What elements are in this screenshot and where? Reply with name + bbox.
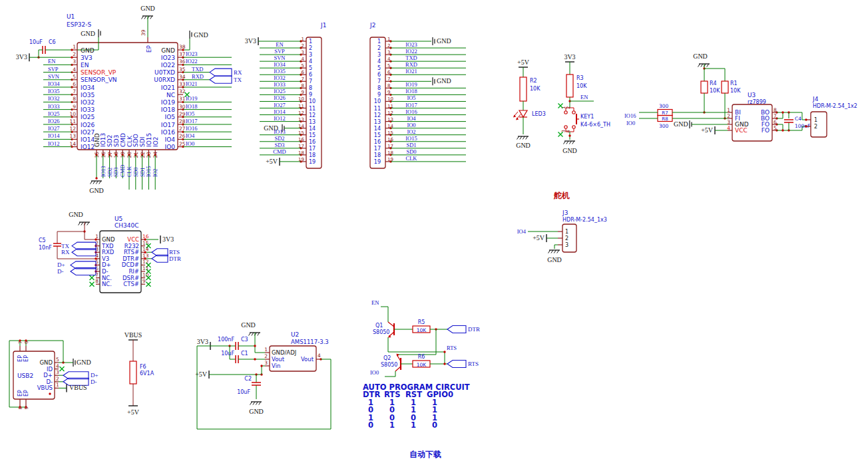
signal-flag <box>210 76 232 83</box>
c5-ref: C5 <box>39 237 46 243</box>
j1-ref: J1 <box>320 22 326 29</box>
net-label: IO23 <box>405 41 417 48</box>
pin-number: 1 <box>387 37 390 42</box>
gnd-symbol <box>91 181 93 184</box>
pin-name: GND <box>81 47 95 54</box>
j3-part: HDR-M-2.54_1x3 <box>562 217 607 223</box>
table-cell: 0 <box>363 406 384 414</box>
pin-name: NC. <box>102 281 112 287</box>
gnd-symbol <box>557 250 559 253</box>
pin-number: 38 <box>179 44 186 50</box>
pin-name: VBUS <box>37 385 53 391</box>
pin-number: 6 <box>377 72 381 78</box>
net-label: IO4 <box>517 228 527 235</box>
junction-dot <box>805 118 807 120</box>
pin-name: R232 <box>124 243 139 249</box>
pin-number: 9 <box>387 90 390 95</box>
table-cell: 1 <box>427 414 448 422</box>
pin-number: 1 <box>309 39 312 45</box>
pin-number: 9 <box>377 92 381 98</box>
j2-ref: J2 <box>369 22 375 29</box>
r3-body <box>566 75 573 97</box>
wire <box>385 371 395 377</box>
pin-name: IO33 <box>81 106 95 113</box>
net-label: IO34 <box>48 80 60 87</box>
gnd-symbol <box>99 181 101 184</box>
pin-number: 3 <box>56 369 59 375</box>
pin-name: IO19 <box>161 99 175 106</box>
pin-number: 14 <box>69 141 76 147</box>
net-label: IO5 <box>186 110 194 117</box>
pin-number: 5 <box>56 357 59 363</box>
pin-name: RTS# <box>124 249 139 255</box>
wire <box>39 50 43 57</box>
net-label: IO0 <box>370 369 379 376</box>
pin-number: 3 <box>377 52 381 58</box>
pin-number: 6 <box>73 81 76 87</box>
net-label: IO17 <box>405 102 417 108</box>
pin-name: U0TXD <box>154 69 175 76</box>
r4-body <box>701 81 708 93</box>
junction-dot <box>182 49 184 51</box>
j3-ref: J3 <box>562 210 568 216</box>
pin-number: 7 <box>387 77 390 82</box>
c6-value: 10uF <box>29 39 43 45</box>
pin-number: 1 <box>565 229 568 235</box>
net-label: SVP <box>48 66 59 73</box>
net-label: IO13 <box>101 166 107 177</box>
q1-part: S8050 <box>373 329 389 335</box>
power-label: VBUS <box>69 384 87 391</box>
pin-name: ID <box>47 366 53 373</box>
pin-name: SDO <box>132 134 139 147</box>
key1-part: K4-6×6_TH <box>580 122 610 128</box>
pin-number: 5 <box>387 63 390 69</box>
pin-number: 3 <box>565 242 568 248</box>
f6-value: 6V1A <box>140 371 154 377</box>
pin-number: 11 <box>69 118 76 124</box>
net-label: IO27 <box>48 125 59 132</box>
pin-number: 13 <box>69 133 76 139</box>
table-col-header: DTR <box>363 391 384 398</box>
pin-name: IO17 <box>161 122 175 128</box>
table-cell: 1 <box>363 414 384 422</box>
pin-number: 12 <box>69 126 76 132</box>
net-label: EN <box>371 299 379 306</box>
pin-number: 6 <box>387 70 391 75</box>
net-label: IO23 <box>186 51 197 57</box>
c3-value: 100nF <box>218 337 234 343</box>
pin-number: 5 <box>302 63 304 69</box>
pin-number: 8 <box>773 107 777 113</box>
gnd-symbol <box>259 402 261 405</box>
pin-number: 4 <box>387 57 391 62</box>
pin-number: 1 <box>727 107 730 113</box>
r2-value: 10K <box>530 86 541 92</box>
pin-name: SENSOR_VN <box>81 77 117 83</box>
net-label: IO25 <box>48 110 59 117</box>
pin-name: DSR# <box>122 275 139 281</box>
pin-number: 5 <box>773 125 777 131</box>
pin-number: 6 <box>24 341 29 344</box>
net-label: IO32 <box>274 75 285 81</box>
pin-name: Vout <box>301 356 314 363</box>
net-label: SD2 <box>274 135 284 142</box>
net-label: IO15 <box>146 166 152 177</box>
table-cell: 0 <box>384 406 405 414</box>
gnd-symbol <box>79 222 81 226</box>
junction-dot <box>95 177 97 179</box>
net-label: SD0 <box>406 148 416 155</box>
key1-ref: KEY1 <box>580 114 594 120</box>
net-label: IO2 <box>152 169 158 177</box>
pin-name: VCC <box>735 127 748 134</box>
gnd-symbol <box>698 64 700 67</box>
q2-ref: Q2 <box>383 355 391 361</box>
pin-number: 5 <box>309 65 312 71</box>
net-label: IO13 <box>274 128 285 135</box>
r6-value: 10K <box>417 362 427 368</box>
flag-label: DTR <box>169 255 181 262</box>
pin-number: 4 <box>309 59 312 65</box>
table-cell: 0 <box>405 414 427 422</box>
pin-name: V3 <box>102 255 109 262</box>
junction-dot <box>443 363 445 365</box>
gnd-symbol <box>250 402 252 405</box>
gnd-label: GND <box>437 37 451 45</box>
